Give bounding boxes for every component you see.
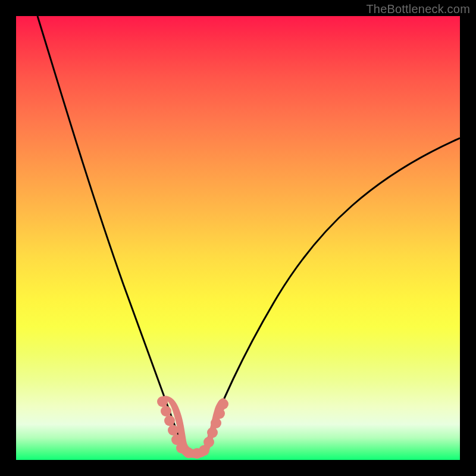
watermark-text: TheBottleneck.com (366, 2, 470, 16)
svg-point-5 (176, 443, 187, 453)
svg-point-2 (164, 415, 175, 426)
svg-point-4 (171, 434, 182, 445)
right-curve (205, 138, 460, 446)
svg-point-11 (211, 418, 221, 428)
svg-point-3 (168, 425, 178, 436)
svg-point-0 (157, 396, 168, 407)
left-curve (37, 16, 183, 446)
chart-svg (16, 16, 460, 460)
valley-marker (160, 396, 227, 458)
svg-point-7 (192, 448, 202, 459)
valley-dots-left (157, 396, 187, 453)
svg-point-1 (161, 406, 171, 416)
svg-point-6 (183, 447, 194, 458)
svg-point-9 (203, 437, 214, 447)
svg-point-8 (199, 445, 209, 456)
valley-dots-bottom (183, 445, 209, 459)
svg-point-12 (214, 408, 225, 419)
valley-dots-right (203, 399, 228, 447)
chart-plot-area (16, 16, 460, 460)
svg-point-10 (207, 427, 218, 438)
svg-point-13 (218, 399, 228, 409)
